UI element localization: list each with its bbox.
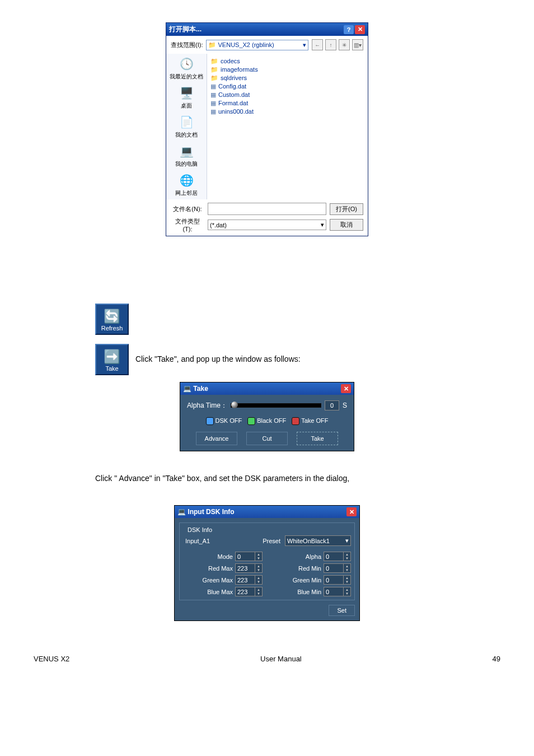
param-spinner[interactable]: 0▲▼ bbox=[324, 563, 351, 573]
lookin-label: 查找范围(I): bbox=[171, 41, 203, 49]
place-computer[interactable]: 💻我的电脑 bbox=[175, 143, 198, 168]
dsk-title: Input DSK Info bbox=[188, 508, 234, 516]
param-red-max: Red Max223▲▼ bbox=[183, 563, 263, 573]
spin-up-icon[interactable]: ▲ bbox=[344, 587, 350, 592]
views-icon[interactable]: ▥▾ bbox=[352, 39, 363, 50]
param-label: Red Min bbox=[288, 565, 321, 572]
param-label: Red Max bbox=[199, 565, 233, 572]
file-open-dialog: 打开脚本... ? ✕ 查找范围(I): 📁 VENUS_X2 (rgblink… bbox=[166, 22, 368, 236]
take-window: 💻 Take ✕ Alpha Time： 0 S DSK OFF Black O… bbox=[180, 382, 354, 451]
input-label: Input_A1 bbox=[183, 538, 258, 544]
filetype-label: 文件类型(T): bbox=[171, 217, 204, 232]
body-text-1: Click "Take", and pop up the window as f… bbox=[135, 354, 301, 363]
take-toggle[interactable]: Take OFF bbox=[292, 417, 328, 425]
preset-select[interactable]: WhiteOnBlack1▾ bbox=[285, 535, 351, 546]
param-mode: Mode0▲▼ bbox=[183, 552, 263, 561]
refresh-button[interactable]: 🔄 Refresh bbox=[95, 304, 129, 335]
place-documents[interactable]: 📄我的文档 bbox=[175, 114, 198, 139]
list-item[interactable]: ▦Config.dat bbox=[210, 82, 364, 91]
param-spinner[interactable]: 223▲▼ bbox=[235, 587, 263, 596]
param-spinner[interactable]: 223▲▼ bbox=[235, 575, 263, 585]
list-item[interactable]: ▦Format.dat bbox=[210, 99, 364, 108]
param-green-max: Green Max223▲▼ bbox=[183, 575, 263, 585]
black-toggle[interactable]: Black OFF bbox=[247, 417, 286, 425]
list-item[interactable]: ▦Custom.dat bbox=[210, 91, 364, 99]
param-label: Green Max bbox=[199, 577, 233, 584]
newfolder-icon[interactable]: ✳ bbox=[339, 39, 350, 50]
param-label: Blue Max bbox=[199, 589, 233, 595]
list-item[interactable]: ▦unins000.dat bbox=[210, 108, 364, 116]
param-label: Alpha bbox=[288, 553, 321, 560]
param-spinner[interactable]: 0▲▼ bbox=[324, 552, 351, 561]
filename-label: 文件名(N): bbox=[171, 205, 204, 213]
spin-up-icon[interactable]: ▲ bbox=[344, 552, 350, 557]
spin-up-icon[interactable]: ▲ bbox=[344, 564, 350, 568]
spin-down-icon[interactable]: ▼ bbox=[255, 568, 262, 573]
take-title: Take bbox=[193, 385, 208, 393]
advance-button[interactable]: Advance bbox=[196, 432, 237, 445]
param-label: Green Min bbox=[288, 577, 321, 584]
back-icon[interactable]: ← bbox=[312, 39, 323, 50]
spin-up-icon[interactable]: ▲ bbox=[255, 576, 262, 580]
param-blue-min: Blue Min0▲▼ bbox=[271, 587, 351, 596]
place-desktop[interactable]: 🖥️桌面 bbox=[178, 85, 195, 110]
param-spinner[interactable]: 0▲▼ bbox=[235, 552, 263, 561]
param-green-min: Green Min0▲▼ bbox=[271, 575, 351, 585]
spin-down-icon[interactable]: ▼ bbox=[344, 568, 350, 573]
param-label: Blue Min bbox=[288, 589, 321, 595]
alpha-slider[interactable] bbox=[231, 403, 321, 408]
dsk-group-title: DSK Info bbox=[185, 526, 214, 533]
spin-down-icon[interactable]: ▼ bbox=[344, 557, 350, 561]
place-recent[interactable]: 🕓我最近的文档 bbox=[170, 56, 203, 81]
file-open-titlebar: 打开脚本... ? ✕ bbox=[166, 23, 368, 36]
list-item[interactable]: 📁codecs bbox=[210, 57, 364, 66]
filename-input[interactable] bbox=[208, 203, 326, 215]
dsk-toggle[interactable]: DSK OFF bbox=[206, 417, 242, 425]
param-red-min: Red Min0▲▼ bbox=[271, 563, 351, 573]
place-network[interactable]: 🌐网上邻居 bbox=[175, 172, 198, 197]
param-label: Mode bbox=[199, 553, 233, 560]
close-icon[interactable]: ✕ bbox=[346, 507, 357, 516]
footer-right: 49 bbox=[493, 655, 500, 663]
file-open-title: 打开脚本... bbox=[169, 25, 202, 34]
spin-up-icon[interactable]: ▲ bbox=[255, 564, 262, 568]
cut-button[interactable]: Cut bbox=[246, 432, 288, 445]
alpha-value[interactable]: 0 bbox=[325, 400, 339, 410]
take-titlebar: 💻 Take ✕ bbox=[180, 382, 354, 395]
set-button[interactable]: Set bbox=[329, 605, 355, 616]
lookin-select[interactable]: 📁 VENUS_X2 (rgblink)▾ bbox=[206, 40, 308, 50]
spin-up-icon[interactable]: ▲ bbox=[344, 576, 350, 580]
spin-down-icon[interactable]: ▼ bbox=[344, 592, 350, 596]
footer-center: User Manual bbox=[260, 655, 302, 663]
open-button[interactable]: 打开(O) bbox=[330, 203, 363, 215]
list-item[interactable]: 📁imageformats bbox=[210, 66, 364, 74]
filetype-select[interactable]: (*.dat)▾ bbox=[208, 220, 326, 230]
cancel-button[interactable]: 取消 bbox=[330, 219, 363, 231]
alpha-unit: S bbox=[343, 402, 347, 409]
file-list[interactable]: 📁codecs 📁imageformats 📁sqldrivers ▦Confi… bbox=[207, 54, 368, 199]
param-spinner[interactable]: 0▲▼ bbox=[324, 587, 351, 596]
preset-label: Preset bbox=[263, 538, 280, 544]
arrow-right-icon: ➡️ bbox=[104, 348, 120, 365]
spin-down-icon[interactable]: ▼ bbox=[255, 580, 262, 585]
spin-down-icon[interactable]: ▼ bbox=[344, 580, 350, 585]
alpha-time-label: Alpha Time： bbox=[187, 401, 227, 410]
up-icon[interactable]: ↑ bbox=[325, 39, 336, 50]
spin-up-icon[interactable]: ▲ bbox=[255, 587, 262, 592]
close-icon[interactable]: ✕ bbox=[341, 384, 351, 393]
help-icon[interactable]: ? bbox=[344, 25, 354, 34]
close-icon[interactable]: ✕ bbox=[355, 25, 365, 34]
param-spinner[interactable]: 223▲▼ bbox=[235, 563, 263, 573]
take-button[interactable]: ➡️ Take bbox=[95, 344, 129, 375]
spin-down-icon[interactable]: ▼ bbox=[255, 557, 262, 561]
dsk-window: 💻 Input DSK Info ✕ DSK Info Input_A1 Pre… bbox=[174, 505, 360, 621]
param-blue-max: Blue Max223▲▼ bbox=[183, 587, 263, 596]
spin-up-icon[interactable]: ▲ bbox=[255, 552, 262, 557]
list-item[interactable]: 📁sqldrivers bbox=[210, 74, 364, 82]
spin-down-icon[interactable]: ▼ bbox=[255, 592, 262, 596]
body-text-2: Click " Advance" in "Take" box, and set … bbox=[95, 474, 500, 483]
param-alpha: Alpha0▲▼ bbox=[271, 552, 351, 561]
take-action-button[interactable]: Take bbox=[297, 432, 338, 445]
dsk-titlebar: 💻 Input DSK Info ✕ bbox=[175, 506, 359, 518]
param-spinner[interactable]: 0▲▼ bbox=[324, 575, 351, 585]
